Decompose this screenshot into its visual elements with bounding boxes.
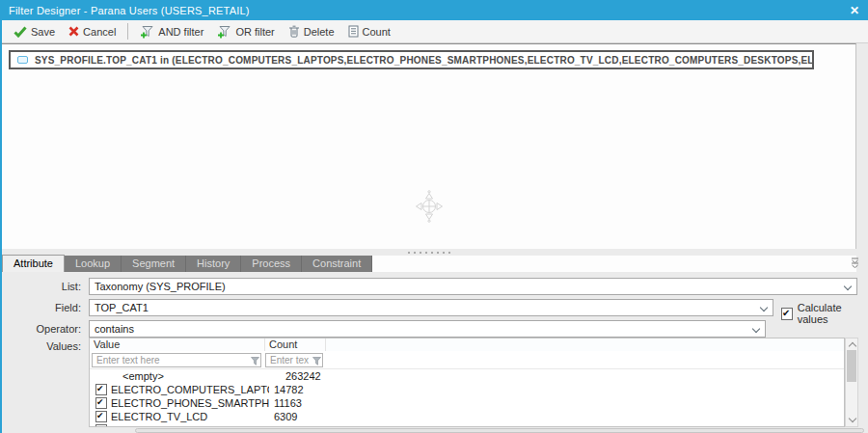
titlebar[interactable]: Filter Designer - Parana Users (USERS_RE…	[0, 0, 868, 20]
tab-segment[interactable]: Segment	[122, 256, 186, 272]
and-filter-label: AND filter	[158, 26, 203, 38]
window-border	[0, 0, 2, 433]
value-filter-input[interactable]	[92, 353, 261, 367]
values-table-header: Value Count	[90, 338, 844, 351]
or-filter-button[interactable]: OR filter	[210, 23, 281, 41]
values-table: Value Count	[89, 338, 845, 427]
row-count: 4063	[269, 424, 351, 427]
list-select[interactable]: Taxonomy (SYS_PROFILE)	[89, 278, 857, 295]
delete-label: Delete	[304, 26, 335, 38]
splitter-handle[interactable]	[2, 249, 856, 256]
close-icon[interactable]: ✕	[850, 5, 859, 16]
field-label: Field:	[2, 302, 81, 313]
row-value: <empty>	[107, 370, 281, 382]
table-row[interactable]: ELECTRO_PHONES_SMARTPHONES 11163	[90, 396, 844, 410]
row-value: ELECTRO_PHONES_SMARTPHONES	[107, 397, 269, 409]
save-button[interactable]: Save	[7, 24, 62, 40]
tab-attribute[interactable]: Attribute	[2, 255, 65, 272]
scrollbar-thumb[interactable]	[847, 350, 856, 382]
save-label: Save	[31, 26, 55, 38]
column-header-value[interactable]: Value	[90, 338, 265, 351]
calculate-values-checkbox[interactable]	[781, 308, 793, 320]
filter-funnel-icon[interactable]	[312, 356, 321, 367]
row-value: ELECTRO_COMPUTERS_LAPTOPS	[107, 384, 269, 395]
funnel-plus-icon	[217, 25, 231, 39]
row-count: 6309	[269, 411, 351, 422]
and-filter-button[interactable]: AND filter	[133, 23, 210, 41]
filter-expression-node[interactable]: SYS_PROFILE.TOP_CAT1 in (ELECTRO_COMPUTE…	[9, 50, 814, 69]
table-row[interactable]: ELECTRO_COMPUTERS_DESKTOPS 4063	[90, 423, 844, 427]
table-row[interactable]: ELECTRO_COMPUTERS_LAPTOPS 14782	[90, 383, 844, 396]
filter-designer-dialog: Filter Designer - Parana Users (USERS_RE…	[0, 0, 868, 433]
values-filter-row	[90, 351, 844, 369]
table-row-empty[interactable]: <empty> 263242	[90, 369, 844, 383]
tab-lookup[interactable]: Lookup	[65, 256, 122, 272]
red-x-icon	[68, 26, 79, 37]
operator-select[interactable]: contains	[89, 320, 766, 338]
operator-value: contains	[95, 323, 134, 335]
count-label: Count	[363, 26, 391, 38]
row-checkbox[interactable]	[95, 384, 107, 395]
delete-button[interactable]: Delete	[282, 23, 341, 40]
filter-expression-text: SYS_PROFILE.TOP_CAT1 in (ELECTRO_COMPUTE…	[35, 55, 814, 66]
or-filter-label: OR filter	[235, 26, 274, 38]
trash-icon	[288, 25, 300, 38]
scroll-up-icon[interactable]	[849, 342, 856, 350]
toolbar: Save Cancel AND filter OR filter Delete	[2, 20, 868, 43]
calculate-values-option[interactable]: Calculate values	[781, 302, 866, 325]
horizontal-scrollbar[interactable]	[135, 428, 864, 433]
values-vertical-scrollbar[interactable]	[845, 338, 858, 427]
tab-history[interactable]: History	[186, 256, 241, 272]
check-icon	[14, 26, 27, 38]
attribute-form: List: Taxonomy (SYS_PROFILE) Field: TOP_…	[2, 272, 866, 427]
window-title: Filter Designer - Parana Users (USERS_RE…	[9, 5, 850, 16]
node-icon	[17, 56, 28, 64]
row-value: ELECTRO_TV_LCD	[107, 411, 269, 422]
operator-label: Operator:	[2, 323, 81, 335]
column-header-count[interactable]: Count	[265, 338, 326, 351]
row-value: ELECTRO_COMPUTERS_DESKTOPS	[107, 424, 269, 427]
row-count: 14782	[269, 384, 351, 395]
values-label: Values:	[2, 340, 81, 352]
row-count: 11163	[269, 397, 351, 409]
table-row[interactable]: ELECTRO_TV_LCD 6309	[90, 410, 844, 423]
scroll-down-icon[interactable]	[849, 415, 856, 422]
row-count: 263242	[281, 370, 363, 382]
calculate-values-label: Calculate values	[798, 302, 866, 325]
row-checkbox[interactable]	[95, 397, 107, 409]
tab-constraint[interactable]: Constraint	[302, 256, 372, 272]
filter-canvas[interactable]: SYS_PROFILE.TOP_CAT1 in (ELECTRO_COMPUTE…	[2, 43, 856, 249]
tab-label: Lookup	[75, 257, 110, 269]
chevron-down-icon	[760, 304, 768, 311]
field-value: TOP_CAT1	[95, 302, 149, 313]
tab-label: Segment	[132, 257, 175, 269]
toolbar-separator	[127, 23, 128, 40]
tab-label: Attribute	[14, 257, 53, 269]
tab-label: Constraint	[312, 257, 361, 269]
list-value: Taxonomy (SYS_PROFILE)	[95, 281, 226, 292]
tab-label: History	[197, 257, 230, 269]
move-compass-icon	[412, 189, 447, 226]
collapse-panel-icon[interactable]	[850, 257, 860, 270]
tab-bar: Attribute Lookup Segment History Process…	[2, 256, 856, 272]
funnel-plus-icon	[140, 25, 154, 39]
cancel-label: Cancel	[83, 26, 116, 38]
field-select[interactable]: TOP_CAT1	[89, 299, 773, 316]
chevron-down-icon	[844, 283, 852, 290]
count-button[interactable]: Count	[341, 23, 397, 40]
count-icon	[348, 25, 359, 38]
tab-process[interactable]: Process	[241, 256, 302, 272]
chevron-down-icon	[752, 325, 760, 333]
filter-funnel-icon[interactable]	[251, 356, 259, 367]
cancel-button[interactable]: Cancel	[62, 24, 122, 40]
row-checkbox[interactable]	[95, 424, 107, 427]
tab-label: Process	[252, 257, 290, 269]
list-label: List:	[2, 281, 81, 292]
row-checkbox[interactable]	[95, 411, 107, 422]
